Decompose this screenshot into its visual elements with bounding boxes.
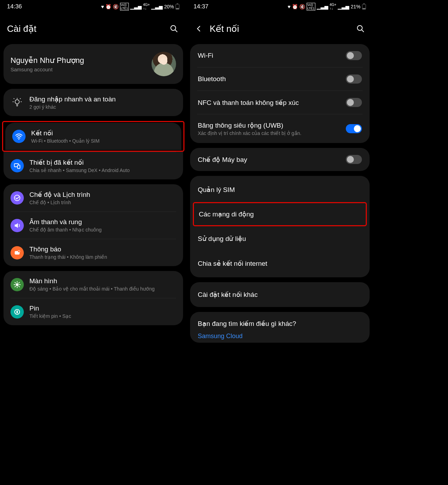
setting-row-modes[interactable]: Chế độ và Lịch trình Chế độ • Lịch trình [4,184,183,212]
svg-rect-32 [363,8,365,9]
battery-setting-icon [10,305,24,319]
toggle-nfc[interactable] [346,98,362,107]
search-button[interactable] [168,23,180,34]
4g-icon: 4G+↑↓ [330,3,336,10]
search-more-card[interactable]: Bạn đang tìm kiếm điều gì khác? Samsung … [190,312,370,343]
connections-screen: 14:37 ♥ ⏰ 🔇 Vo))LTE1 ▁▃▅ 4G+↑↓ ▁▃▅ 21% K… [187,0,373,404]
notification-icon [10,246,24,259]
setting-row-battery[interactable]: Pin Tiết kiệm pin • Sạc [4,298,183,325]
svg-line-27 [19,282,20,283]
status-icons: ♥ ⏰ 🔇 Vo))LTE1 ▁▃▅ 4G+↑↓ ▁▃▅ 21% [288,3,366,10]
toggle-bluetooth[interactable] [346,74,362,84]
row-label: Chế độ Máy bay [198,156,247,164]
signal2-icon: ▁▃▅ [338,4,349,9]
row-uwb[interactable]: Băng thông siêu rộng (UWB) Xác định vị t… [190,114,370,143]
row-title: Thiết bị đã kết nối [29,158,130,166]
status-time: 14:37 [194,3,209,10]
row-data-usage[interactable]: Sử dụng dữ liệu [190,226,370,251]
profile-card[interactable]: Nguyễn Như Phượng Samsung account [4,44,183,84]
devices-icon [10,159,24,172]
svg-line-25 [19,286,20,287]
profile-sub: Samsung account [10,66,84,72]
row-label: Cài đặt kết nối khác [198,291,258,298]
sound-icon [10,219,24,232]
suggestion-card[interactable]: Đăng nhập nhanh và an toàn 2 gợi ý khác [4,89,183,116]
highlight-connections: Kết nối Wi-Fi • Bluetooth • Quản lý SIM [2,121,184,152]
row-label: Băng thông siêu rộng (UWB) [198,121,301,129]
search-icon [356,24,365,33]
signal-icon: ▁▃▅ [317,4,328,9]
row-airplane[interactable]: Chế độ Máy bay [190,148,370,171]
row-sim-manage[interactable]: Quản lý SIM [190,177,370,202]
settings-group-modes: Chế độ và Lịch trình Chế độ • Lịch trình… [4,184,183,266]
toggles-card: Wi-Fi Bluetooth NFC và thanh toán không … [190,44,370,143]
status-bar: 14:37 ♥ ⏰ 🔇 Vo))LTE1 ▁▃▅ 4G+↑↓ ▁▃▅ 21% [187,0,373,12]
other-conn-card: Cài đặt kết nối khác [190,282,370,307]
svg-line-34 [362,30,364,32]
status-bar: 14:36 ♥ ⏰ 🔇 Vo))LTE1 ▁▃▅ 4G+↑↓ ▁▃▅ 20% [0,0,187,12]
svg-rect-31 [363,3,365,4]
profile-name: Nguyễn Như Phượng [10,56,84,65]
setting-row-display[interactable]: Màn hình Độ sáng • Bảo vệ cho mắt thoải … [4,271,183,298]
svg-rect-1 [177,3,178,4]
row-label: Quản lý SIM [198,186,235,193]
signal-icon: ▁▃▅ [130,4,142,9]
search-more-link[interactable]: Samsung Cloud [198,333,362,340]
display-icon [10,278,24,291]
lightbulb-icon [10,96,24,109]
setting-row-devices[interactable]: Thiết bị đã kết nối Chia sẻ nhanh • Sams… [4,152,183,179]
alarm-icon: ⏰ [105,4,111,9]
settings-main-screen: 14:36 ♥ ⏰ 🔇 Vo))LTE1 ▁▃▅ 4G+↑↓ ▁▃▅ 20% C… [0,0,187,404]
svg-rect-15 [18,165,20,169]
airplane-card: Chế độ Máy bay [190,148,370,171]
wifi-icon [12,130,26,143]
signal2-icon: ▁▃▅ [151,4,163,9]
row-tethering[interactable]: Chia sẻ kết nối internet [190,251,370,276]
status-icons: ♥ ⏰ 🔇 Vo))LTE1 ▁▃▅ 4G+↑↓ ▁▃▅ 20% [101,3,180,10]
suggest-sub: 2 gợi ý khác [29,104,116,110]
svg-rect-29 [16,311,18,313]
battery-pct: 21% [351,4,360,9]
row-sub: Chế độ • Lịch trình [29,200,90,205]
setting-row-connections[interactable]: Kết nối Wi-Fi • Bluetooth • Quản lý SIM [5,123,181,150]
chevron-left-icon [195,25,203,33]
mute-icon: 🔇 [299,4,305,9]
volte-icon: Vo))LTE1 [120,3,129,10]
modes-icon [10,191,24,205]
toggle-uwb[interactable] [346,124,362,133]
setting-row-notif[interactable]: Thông báo Thanh trạng thái • Không làm p… [4,239,183,266]
search-button[interactable] [355,23,366,34]
row-sub: Wi-Fi • Bluetooth • Quản lý SIM [31,138,99,144]
page-title: Cài đặt [7,23,36,34]
svg-point-13 [19,139,20,140]
svg-line-24 [15,282,16,283]
row-title: Pin [29,305,71,312]
setting-row-sound[interactable]: Âm thanh và rung Chế độ âm thanh • Nhạc … [4,212,183,239]
mute-icon: 🔇 [113,4,119,9]
heart-icon: ♥ [288,4,290,9]
svg-rect-2 [176,8,179,9]
row-label: Chia sẻ kết nối internet [198,260,267,267]
row-label: Sử dụng dữ liệu [198,235,246,242]
status-time: 14:36 [7,3,22,10]
back-button[interactable] [194,25,204,33]
row-title: Màn hình [29,277,155,285]
sim-card: Quản lý SIM Các mạng di động Sử dụng dữ … [190,176,370,277]
row-bluetooth[interactable]: Bluetooth [190,67,370,91]
avatar [152,52,176,76]
row-label: Bluetooth [198,75,226,83]
toggle-airplane[interactable] [346,155,362,164]
toggle-wifi[interactable] [346,51,362,60]
settings-group-display: Màn hình Độ sáng • Bảo vệ cho mắt thoải … [4,271,183,325]
settings-group-connections: Kết nối Wi-Fi • Bluetooth • Quản lý SIM … [0,121,187,179]
page-header: Cài đặt [0,12,187,44]
row-wifi[interactable]: Wi-Fi [190,44,370,67]
page-header: Kết nối [187,12,373,44]
volte-icon: Vo))LTE1 [307,3,315,10]
row-other-conn[interactable]: Cài đặt kết nối khác [190,282,370,307]
svg-point-16 [14,195,20,201]
row-nfc[interactable]: NFC và thanh toán không tiếp xúc [190,91,370,114]
suggest-title: Đăng nhập nhanh và an toàn [29,95,116,103]
row-mobile-networks[interactable]: Các mạng di động [194,203,366,225]
row-label: NFC và thanh toán không tiếp xúc [198,99,299,107]
